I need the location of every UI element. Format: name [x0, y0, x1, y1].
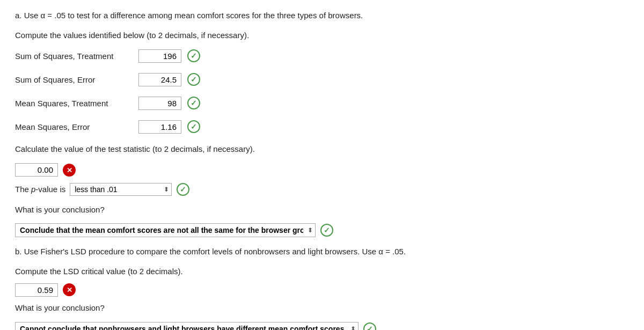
lsd-conclusion-select[interactable]: Cannot conclude that nonbrowsers and lig… — [15, 322, 358, 331]
pvalue-select-wrapper: less than .01 between .01 and .05 betwee… — [70, 183, 172, 196]
ms-error-label: Mean Squares, Error — [15, 122, 133, 131]
conclusion-check-icon-a — [320, 223, 334, 237]
sos-treatment-check-icon — [187, 49, 201, 63]
pvalue-select[interactable]: less than .01 between .01 and .05 betwee… — [70, 183, 172, 196]
sos-error-label: Sum of Squares, Error — [15, 75, 133, 84]
test-stat-cross-icon — [62, 163, 76, 177]
lsd-check-icon — [363, 322, 377, 331]
sos-treatment-row: Sum of Squares, Treatment — [15, 49, 629, 63]
lsd-instruction: Compute the LSD critical value (to 2 dec… — [15, 266, 629, 278]
sos-error-check-icon — [187, 72, 201, 86]
part-a-intro: a. Use α = .05 to test for a difference … — [15, 10, 629, 22]
conclusion-row-a: Conclude that the mean comfort scores ar… — [15, 223, 629, 237]
part-b-intro: b. Use Fisher's LSD procedure to compare… — [15, 246, 629, 258]
ms-error-row: Mean Squares, Error — [15, 120, 629, 134]
lsd-cross-icon — [62, 283, 76, 297]
lsd-value-input[interactable] — [15, 283, 58, 297]
test-stat-instruction: Calculate the value of the test statisti… — [15, 143, 629, 156]
pvalue-row: The p-value is less than .01 between .01… — [15, 182, 629, 196]
lsd-value-row — [15, 283, 629, 297]
compute-instruction: Compute the values identified below (to … — [15, 30, 629, 42]
sos-error-input[interactable] — [138, 73, 181, 86]
lsd-conclusion-row: Cannot conclude that nonbrowsers and lig… — [15, 322, 629, 331]
lsd-conclusion-label: What is your conclusion? — [15, 302, 629, 314]
pvalue-prefix-text: The p-value is — [15, 185, 65, 194]
ms-treatment-label: Mean Squares, Treatment — [15, 99, 133, 108]
ms-error-input[interactable] — [138, 120, 181, 134]
sos-error-row: Sum of Squares, Error — [15, 72, 629, 86]
conclusion-select-a[interactable]: Conclude that the mean comfort scores ar… — [15, 223, 316, 237]
pvalue-check-icon — [176, 182, 190, 196]
conclusion-select-wrapper-a: Conclude that the mean comfort scores ar… — [15, 223, 316, 237]
sos-treatment-label: Sum of Squares, Treatment — [15, 52, 133, 61]
ms-treatment-input[interactable] — [138, 97, 181, 110]
test-stat-row — [15, 163, 629, 177]
conclusion-label-a: What is your conclusion? — [15, 204, 629, 216]
ms-treatment-row: Mean Squares, Treatment — [15, 96, 629, 110]
ms-treatment-check-icon — [187, 96, 201, 110]
test-stat-input[interactable] — [15, 163, 58, 177]
lsd-conclusion-select-wrapper: Cannot conclude that nonbrowsers and lig… — [15, 322, 358, 331]
ms-error-check-icon — [187, 120, 201, 134]
sos-treatment-input[interactable] — [138, 49, 181, 63]
